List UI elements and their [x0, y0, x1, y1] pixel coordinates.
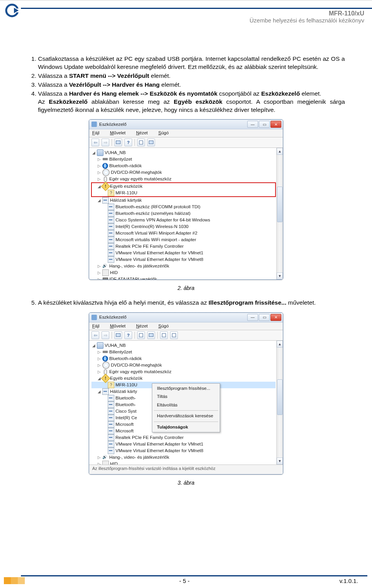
vertical-scrollbar[interactable]: ▲ ▼ — [276, 341, 283, 465]
view-button[interactable] — [147, 139, 155, 146]
tree-node[interactable]: Realtek PCIe FE Family Controller — [91, 434, 276, 441]
expand-icon[interactable]: ▷ — [97, 163, 101, 169]
menu-file[interactable]: Fájl — [92, 324, 104, 328]
ctx-uninstall[interactable]: Eltávolítás — [153, 401, 219, 410]
tree-node[interactable]: ▷Bluetooth-rádiók — [91, 355, 276, 362]
expand-icon[interactable]: ▷ — [97, 170, 101, 175]
tree-node[interactable]: Microsoft Virtual WiFi Miniport Adapter … — [91, 230, 276, 237]
tree-node[interactable]: ▷Billentyűzet — [91, 156, 276, 163]
tree-node[interactable]: ▷Billentyűzet — [91, 349, 276, 355]
tree-node[interactable]: Intel(R) Centrino(R) Wireless-N 1030 — [91, 223, 276, 230]
menubar[interactable]: Fájl Művelet Nézet Súgó — [89, 322, 283, 331]
expand-icon[interactable]: ◢ — [91, 343, 96, 348]
expand-icon[interactable]: ▷ — [97, 363, 101, 368]
menubar[interactable]: Fájl Művelet Nézet Súgó — [89, 129, 283, 137]
tree-other-devices[interactable]: ◢Egyéb eszközök — [91, 375, 276, 382]
minimize-button[interactable]: — — [247, 121, 258, 128]
menu-help[interactable]: Súgó — [158, 130, 174, 135]
close-button[interactable]: ✕ — [270, 121, 281, 128]
context-menu[interactable]: Illesztőprogram frissítése... Tiltás Elt… — [152, 383, 220, 433]
view-button[interactable] — [147, 331, 155, 339]
expand-icon[interactable]: ◢ — [97, 184, 101, 189]
expand-icon[interactable]: ▷ — [97, 277, 101, 279]
window-titlebar[interactable]: Eszközkezelő — ▭ ✕ — [89, 120, 283, 129]
ctx-disable[interactable]: Tiltás — [153, 393, 219, 401]
ctx-properties[interactable]: Tulajdonságok — [153, 423, 219, 432]
tree-node[interactable]: VMware Virtual Ethernet Adapter for VMne… — [91, 447, 276, 454]
tree-root[interactable]: ◢VUHA_NB — [91, 149, 276, 156]
back-button[interactable] — [91, 331, 99, 339]
scroll-thumb[interactable] — [277, 187, 282, 222]
scroll-down-button[interactable]: ▼ — [277, 273, 283, 279]
maximize-button[interactable]: ▭ — [259, 314, 270, 321]
device-tree[interactable]: ◢VUHA_NB▷Billentyűzet▷Bluetooth-rádiók▷D… — [89, 148, 276, 279]
menu-action[interactable]: Művelet — [110, 324, 130, 328]
expand-icon[interactable]: ▷ — [97, 177, 101, 182]
tree-node[interactable]: Microsoft virtuális WiFi miniport - adap… — [91, 237, 276, 243]
vertical-scrollbar[interactable]: ▲ ▼ — [276, 148, 283, 279]
properties-button[interactable] — [114, 331, 122, 339]
app-icon — [91, 122, 97, 127]
scroll-thumb[interactable] — [277, 379, 282, 415]
back-button[interactable] — [91, 139, 99, 146]
close-button[interactable]: ✕ — [270, 314, 281, 321]
properties-button[interactable] — [114, 139, 122, 146]
tree-node[interactable]: ▷Egér vagy egyéb mutatóeszköz — [91, 176, 276, 182]
menu-action[interactable]: Művelet — [110, 130, 130, 135]
expand-icon[interactable]: ▷ — [97, 157, 101, 162]
tree-node[interactable]: Realtek PCIe FE Family Controller — [91, 243, 276, 250]
tree-other-devices[interactable]: ◢Egyéb eszközök — [91, 183, 276, 190]
window-titlebar[interactable]: Eszközkezelő — ▭ ✕ — [89, 313, 283, 322]
uninstall-button[interactable] — [170, 331, 178, 339]
expand-icon[interactable]: ◢ — [97, 198, 101, 203]
help-button[interactable] — [124, 331, 132, 339]
scroll-down-button[interactable]: ▼ — [277, 458, 283, 465]
expand-icon[interactable]: ▷ — [97, 270, 101, 276]
menu-view[interactable]: Nézet — [136, 324, 152, 328]
maximize-button[interactable]: ▭ — [259, 121, 270, 128]
tree-root[interactable]: ◢VUHA_NB — [91, 342, 276, 349]
scan-button[interactable] — [137, 331, 145, 339]
tree-node[interactable]: ▷Bluetooth-rádiók — [91, 163, 276, 169]
scan-button[interactable] — [137, 139, 145, 146]
expand-icon[interactable]: ▷ — [97, 455, 101, 460]
tree-mfr110u[interactable]: MFR-110U — [91, 190, 276, 196]
expand-icon[interactable]: ◢ — [97, 389, 101, 394]
forward-button[interactable] — [102, 139, 109, 146]
tree-node[interactable]: ▷HID — [91, 461, 276, 465]
header-text: MFR-110/xU Üzembe helyezési és felhaszná… — [250, 10, 364, 24]
expand-icon[interactable]: ▷ — [97, 350, 101, 355]
scroll-up-button[interactable]: ▲ — [277, 341, 283, 348]
tree-node[interactable]: Bluetooth-eszköz (személyes hálózat) — [91, 210, 276, 217]
expand-icon[interactable]: ▷ — [97, 461, 101, 465]
expand-icon[interactable]: ◢ — [91, 150, 96, 156]
tree-node[interactable]: ▷HID — [91, 269, 276, 276]
tree-node[interactable]: ▷Hang-, video- és játékvezérlők — [91, 454, 276, 461]
ctx-update-driver[interactable]: Illesztőprogram frissítése... — [153, 384, 219, 393]
tree-network-adapters[interactable]: ◢Hálózati kártyák — [91, 197, 276, 204]
tree-node[interactable]: VMware Virtual Ethernet Adapter for VMne… — [91, 250, 276, 256]
minimize-button[interactable]: — — [247, 314, 258, 321]
tree-node[interactable]: ▷IDE ATA/ATAPI vezérlők — [91, 276, 276, 279]
help-button[interactable] — [124, 139, 132, 146]
forward-button[interactable] — [102, 331, 109, 339]
expand-icon[interactable]: ▷ — [97, 369, 101, 375]
tree-node[interactable]: ▷DVD/CD-ROM-meghajtók — [91, 169, 276, 176]
menu-file[interactable]: Fájl — [92, 130, 104, 135]
tree-node[interactable]: ▷Hang-, video- és játékvezérlők — [91, 263, 276, 269]
menu-view[interactable]: Nézet — [136, 130, 152, 135]
menu-help[interactable]: Súgó — [158, 324, 174, 328]
ctx-scan-hardware[interactable]: Hardverváltozások keresése — [153, 412, 219, 420]
tree-node[interactable]: ▷DVD/CD-ROM-meghajtók — [91, 362, 276, 369]
expand-icon[interactable]: ◢ — [97, 376, 101, 381]
tree-node[interactable]: VMware Virtual Ethernet Adapter for VMne… — [91, 256, 276, 263]
expand-icon[interactable]: ▷ — [97, 356, 101, 362]
tree-node[interactable]: ▷Egér vagy egyéb mutatóeszköz — [91, 369, 276, 375]
expand-icon[interactable]: ▷ — [97, 264, 101, 269]
tree-node[interactable]: Bluetooth-eszköz (RFCOMM protokoll TDI) — [91, 204, 276, 210]
update-driver-button[interactable] — [160, 331, 168, 339]
tree-node[interactable]: VMware Virtual Ethernet Adapter for VMne… — [91, 441, 276, 447]
tree-node[interactable]: Cisco Systems VPN Adapter for 64-bit Win… — [91, 217, 276, 223]
doc-model: MFR-110/xU — [250, 10, 364, 17]
scroll-up-button[interactable]: ▲ — [277, 148, 283, 155]
